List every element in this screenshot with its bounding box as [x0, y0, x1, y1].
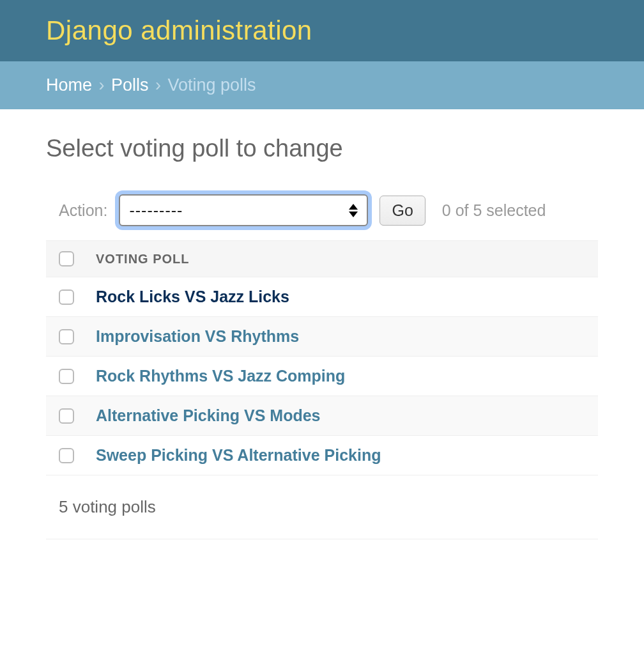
row-link[interactable]: Rock Rhythms VS Jazz Comping [96, 367, 345, 385]
table-row: Rock Licks VS Jazz Licks [46, 277, 598, 317]
site-title: Django administration [46, 15, 598, 46]
breadcrumb-home-link[interactable]: Home [46, 75, 92, 95]
breadcrumb-separator: › [151, 75, 165, 95]
row-checkbox[interactable] [59, 289, 74, 305]
breadcrumb-current: Voting polls [167, 75, 256, 95]
selection-count: 0 of 5 selected [442, 201, 546, 220]
row-checkbox[interactable] [59, 408, 74, 424]
row-checkbox[interactable] [59, 329, 74, 344]
row-checkbox[interactable] [59, 448, 74, 463]
changelist-table: VOTING POLL Rock Licks VS Jazz LicksImpr… [46, 240, 598, 539]
select-all-checkbox[interactable] [59, 251, 74, 266]
result-count: 5 voting polls [46, 475, 598, 539]
table-row: Improvisation VS Rhythms [46, 317, 598, 357]
row-link[interactable]: Sweep Picking VS Alternative Picking [96, 446, 381, 465]
table-row: Sweep Picking VS Alternative Picking [46, 436, 598, 475]
content: Select voting poll to change Action: ---… [0, 109, 644, 565]
column-header-voting-poll[interactable]: VOTING POLL [96, 252, 190, 266]
table-row: Alternative Picking VS Modes [46, 396, 598, 436]
action-select[interactable]: --------- [119, 194, 368, 226]
action-select-value: --------- [129, 201, 349, 220]
row-checkbox[interactable] [59, 369, 74, 384]
go-button[interactable]: Go [379, 196, 425, 226]
breadcrumb-app-link[interactable]: Polls [111, 75, 149, 95]
page-title: Select voting poll to change [46, 135, 598, 162]
row-link[interactable]: Rock Licks VS Jazz Licks [96, 288, 289, 306]
row-link[interactable]: Alternative Picking VS Modes [96, 406, 321, 425]
action-bar: Action: --------- Go 0 of 5 selected [46, 194, 598, 226]
table-header-row: VOTING POLL [46, 241, 598, 277]
table-row: Rock Rhythms VS Jazz Comping [46, 357, 598, 396]
breadcrumb-separator: › [95, 75, 108, 95]
row-link[interactable]: Improvisation VS Rhythms [96, 327, 299, 346]
action-label: Action: [59, 201, 107, 220]
site-header: Django administration [0, 0, 644, 61]
breadcrumb: Home › Polls › Voting polls [0, 61, 644, 109]
select-arrows-icon [349, 204, 358, 217]
